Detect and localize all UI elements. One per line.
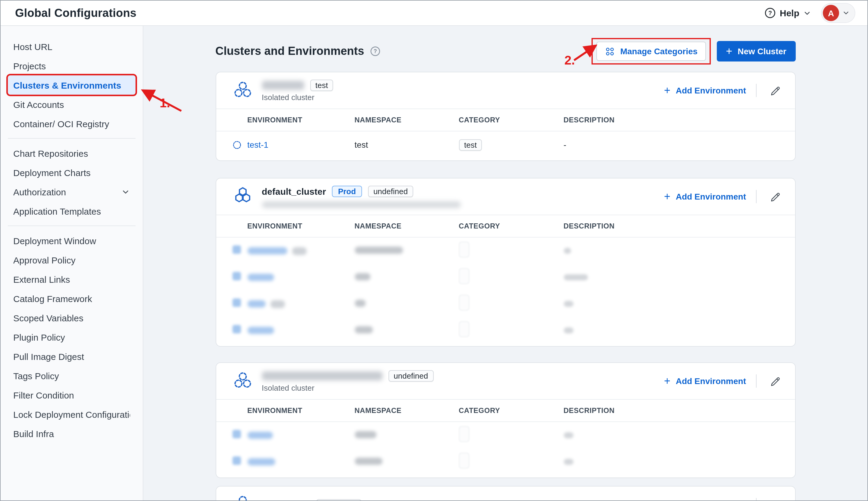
description-redacted bbox=[563, 327, 573, 333]
environments-table-header: ENVIRONMENTNAMESPACECATEGORYDESCRIPTION bbox=[216, 109, 795, 131]
category-chip-redacted bbox=[459, 453, 469, 468]
sidebar-item-authorization[interactable]: Authorization bbox=[8, 182, 135, 201]
cluster-card-header: undefinedIsolated clusterAdd Environment bbox=[216, 363, 795, 400]
user-menu[interactable]: A bbox=[821, 3, 855, 23]
namespace-redacted bbox=[354, 326, 373, 333]
sidebar-item-chart-repositories[interactable]: Chart Repositories bbox=[8, 143, 135, 163]
environment-icon-redacted bbox=[232, 456, 241, 465]
environment-icon-redacted bbox=[232, 430, 241, 438]
page-scale-wrapper: Global Configurations ? Help A Host URLP… bbox=[0, 0, 868, 501]
cluster-card-header: test-clusterundefinedAdd Environment bbox=[216, 487, 795, 501]
environment-link[interactable]: test-1 bbox=[247, 140, 354, 150]
cluster-card: undefinedIsolated clusterAdd Environment… bbox=[215, 362, 795, 478]
divider bbox=[756, 190, 756, 203]
description-redacted bbox=[563, 432, 573, 438]
cluster-name: test-cluster bbox=[262, 500, 310, 501]
sidebar-item-approval-policy[interactable]: Approval Policy bbox=[8, 250, 135, 269]
sidebar-item-pull-image-digest[interactable]: Pull Image Digest bbox=[8, 347, 135, 366]
sidebar-item-deployment-charts[interactable]: Deployment Charts bbox=[8, 163, 135, 182]
svg-text:?: ? bbox=[373, 48, 377, 54]
plus-icon bbox=[664, 191, 670, 202]
sidebar-item-plugin-policy[interactable]: Plugin Policy bbox=[8, 327, 135, 347]
namespace-cell: test bbox=[354, 140, 459, 150]
sidebar-item-git-accounts[interactable]: Git Accounts bbox=[8, 95, 135, 114]
add-environment-button[interactable]: Add Environment bbox=[664, 499, 746, 501]
environment-icon bbox=[232, 140, 247, 150]
cluster-subtitle: Isolated cluster bbox=[262, 93, 333, 102]
sidebar-divider bbox=[8, 138, 135, 139]
edit-cluster-pencil-icon[interactable] bbox=[766, 191, 783, 202]
top-bar: Global Configurations ? Help A bbox=[1, 1, 867, 26]
cluster-card: test-clusterundefinedAdd Environment bbox=[215, 486, 795, 501]
help-label: Help bbox=[780, 8, 799, 18]
description-redacted bbox=[563, 459, 573, 465]
cluster-category-tag: undefined bbox=[317, 499, 362, 501]
category-chip-redacted bbox=[459, 295, 469, 310]
app-title: Global Configurations bbox=[15, 6, 136, 20]
add-environment-button[interactable]: Add Environment bbox=[664, 376, 746, 386]
annotation-box-manage-categories: Manage Categories bbox=[591, 38, 711, 64]
add-environment-button[interactable]: Add Environment bbox=[664, 191, 746, 202]
category-chip-redacted bbox=[459, 321, 469, 337]
cluster-name: default_cluster bbox=[262, 186, 326, 196]
sidebar-item-application-templates[interactable]: Application Templates bbox=[8, 201, 135, 221]
chevron-down-icon bbox=[842, 9, 850, 17]
sidebar-item-deployment-window[interactable]: Deployment Window bbox=[8, 231, 135, 250]
category-chip-redacted bbox=[459, 242, 469, 257]
edit-cluster-pencil-icon[interactable] bbox=[766, 85, 783, 96]
help-circle-icon[interactable]: ? bbox=[370, 46, 381, 57]
sidebar-item-catalog-framework[interactable]: Catalog Framework bbox=[8, 289, 135, 308]
environments-table-header: ENVIRONMENTNAMESPACECATEGORYDESCRIPTION bbox=[216, 400, 795, 422]
help-menu[interactable]: ? Help bbox=[765, 7, 811, 19]
environment-row bbox=[216, 449, 795, 475]
environment-row bbox=[216, 237, 795, 264]
avatar: A bbox=[823, 5, 839, 21]
column-header: DESCRIPTION bbox=[563, 222, 783, 230]
environment-link-redacted bbox=[247, 274, 274, 281]
sidebar-item-build-infra[interactable]: Build Infra bbox=[8, 424, 135, 443]
sidebar-item-container-oci-registry[interactable]: Container/ OCI Registry bbox=[8, 114, 135, 133]
sidebar-item-projects[interactable]: Projects bbox=[8, 56, 135, 75]
manage-categories-button[interactable]: Manage Categories bbox=[596, 42, 706, 61]
environment-row bbox=[216, 317, 795, 344]
sidebar-item-filter-condition[interactable]: Filter Condition bbox=[8, 385, 135, 405]
environments-table-header: ENVIRONMENTNAMESPACECATEGORYDESCRIPTION bbox=[216, 215, 795, 237]
sidebar-item-host-url[interactable]: Host URL bbox=[8, 37, 135, 56]
svg-text:?: ? bbox=[769, 10, 772, 16]
column-header: CATEGORY bbox=[459, 116, 563, 124]
column-header: ENVIRONMENT bbox=[247, 222, 354, 230]
namespace-redacted bbox=[354, 458, 382, 465]
sidebar-item-clusters-and-environments[interactable]: Clusters & Environments bbox=[8, 75, 135, 95]
sidebar-item-lock-deployment-configuration[interactable]: Lock Deployment Configuration bbox=[8, 405, 135, 424]
environment-icon-redacted bbox=[232, 298, 241, 307]
sidebar-item-tags-policy[interactable]: Tags Policy bbox=[8, 366, 135, 385]
edit-cluster-pencil-icon[interactable] bbox=[766, 376, 783, 386]
sidebar: Host URLProjectsClusters & EnvironmentsG… bbox=[1, 26, 143, 501]
column-header: ENVIRONMENT bbox=[247, 406, 354, 415]
chevron-down-icon bbox=[121, 187, 130, 196]
sidebar-item-scoped-variables[interactable]: Scoped Variables bbox=[8, 308, 135, 327]
environment-link-redacted bbox=[247, 327, 274, 334]
edit-cluster-pencil-icon[interactable] bbox=[766, 499, 783, 501]
isolated-cluster-icon bbox=[232, 494, 253, 501]
environment-row bbox=[216, 422, 795, 449]
environment-icon-redacted bbox=[232, 272, 241, 280]
description-redacted bbox=[563, 301, 573, 307]
plus-icon bbox=[664, 499, 670, 501]
sidebar-item-external-links[interactable]: External Links bbox=[8, 269, 135, 289]
environment-link-redacted bbox=[247, 247, 287, 254]
cluster-card: testIsolated clusterAdd EnvironmentENVIR… bbox=[215, 72, 795, 161]
cluster-card: default_clusterProdundefinedAdd Environm… bbox=[215, 178, 795, 347]
namespace-redacted bbox=[354, 431, 376, 438]
environment-tag-redacted bbox=[292, 247, 306, 255]
cluster-card-header: testIsolated clusterAdd Environment bbox=[216, 72, 795, 109]
plus-icon bbox=[664, 376, 670, 386]
new-cluster-button[interactable]: New Cluster bbox=[717, 41, 795, 62]
connected-cluster-icon bbox=[232, 186, 253, 207]
environment-row bbox=[216, 291, 795, 317]
environment-tag-redacted bbox=[270, 300, 285, 308]
chevron-down-icon bbox=[803, 9, 811, 17]
environment-link-redacted bbox=[247, 458, 275, 466]
environment-icon-redacted bbox=[232, 245, 241, 254]
add-environment-button[interactable]: Add Environment bbox=[664, 85, 746, 96]
